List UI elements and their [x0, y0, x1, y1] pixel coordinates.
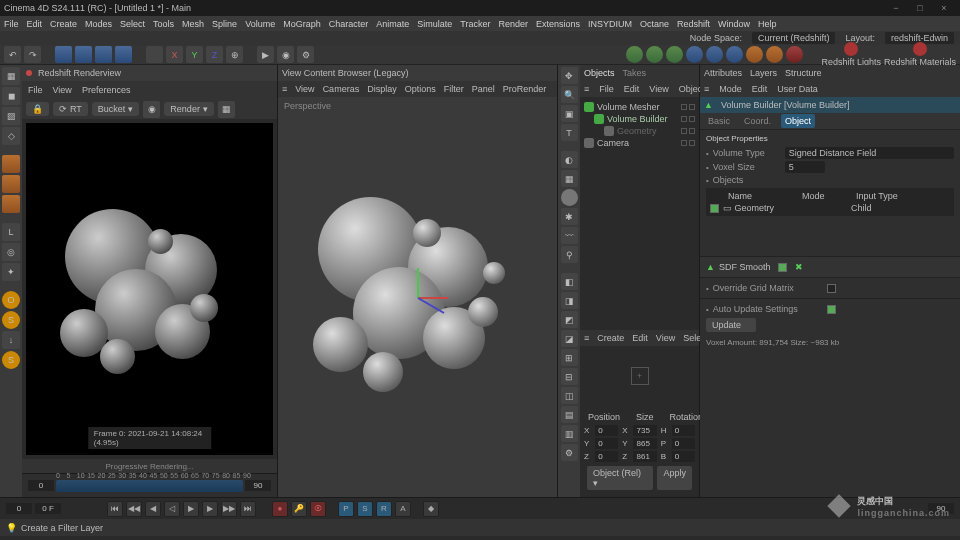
auto-checkbox[interactable] [827, 305, 836, 314]
menu-octane[interactable]: Octane [640, 19, 669, 29]
obj-menu-icon[interactable]: ≡ [584, 84, 589, 94]
attr-subtab-object[interactable]: Object [781, 114, 815, 128]
insydium-icon[interactable]: S [2, 311, 20, 329]
object-tree[interactable]: Volume MesherVolume BuilderGeometryCamer… [580, 97, 699, 330]
menu-redshift[interactable]: Redshift [677, 19, 710, 29]
tree-flags[interactable] [681, 104, 695, 110]
octane-icon[interactable]: O [2, 291, 20, 309]
prim-spline-icon[interactable] [666, 46, 683, 63]
coord-input[interactable]: 865 [633, 438, 656, 449]
vp-menu-cameras[interactable]: Cameras [323, 84, 360, 94]
timeline-end[interactable]: 90 [245, 480, 271, 491]
rot-key-button[interactable]: R [376, 501, 392, 517]
play-back-button[interactable]: ◁ [164, 501, 180, 517]
menu-tools[interactable]: Tools [153, 19, 174, 29]
vp-menu-panel[interactable]: Panel [472, 84, 495, 94]
minimize-button[interactable]: − [884, 1, 908, 15]
settings-icon[interactable]: ⚙ [561, 444, 578, 461]
coord-input[interactable]: 735 [633, 425, 656, 436]
v5-icon[interactable]: ⊞ [561, 349, 578, 366]
attr-tab-attributes[interactable]: Attributes [704, 68, 742, 78]
render-pict-icon[interactable]: ◉ [277, 46, 294, 63]
record-button[interactable]: ● [272, 501, 288, 517]
menu-select[interactable]: Select [120, 19, 145, 29]
make-editable-icon[interactable]: ▦ [2, 67, 20, 85]
vp-menu-icon[interactable]: ≡ [282, 84, 287, 94]
axis-gizmo[interactable] [418, 297, 419, 298]
voltype-dropdown[interactable]: Signed Distance Field [785, 147, 954, 159]
menu-insydium[interactable]: INSYDIUM [588, 19, 632, 29]
coord-input[interactable]: 0 [672, 438, 695, 449]
move-tool-icon[interactable] [75, 46, 92, 63]
tag-icon[interactable] [786, 46, 803, 63]
pos-key-button[interactable]: P [338, 501, 354, 517]
coord-mode-dropdown[interactable]: Object (Rel) ▾ [587, 466, 653, 490]
tree-item[interactable]: Volume Mesher [584, 101, 695, 113]
vp-menu-options[interactable]: Options [405, 84, 436, 94]
snapshot-icon[interactable]: ◉ [143, 101, 160, 118]
obj-row-checkbox[interactable] [710, 204, 719, 213]
timeline-track[interactable]: 051015202530354045505560657075808590 [56, 480, 243, 492]
timeline-start[interactable]: 0 [28, 480, 54, 491]
redshift-lights-button[interactable]: Redshift Lights [821, 42, 881, 67]
menu-character[interactable]: Character [329, 19, 369, 29]
coord-input[interactable]: 861 [633, 451, 656, 462]
v1-icon[interactable]: ◧ [561, 273, 578, 290]
next-key-button[interactable]: ▶▶ [221, 501, 237, 517]
v8-icon[interactable]: ▤ [561, 406, 578, 423]
key-button[interactable]: ⦿ [310, 501, 326, 517]
render-viewport[interactable]: Frame 0: 2021-09-21 14:08:24 (4.95s) [26, 123, 273, 455]
coord-input[interactable]: 0 [595, 425, 618, 436]
vp-menu-view[interactable]: View [295, 84, 314, 94]
undo-icon[interactable]: ↶ [4, 46, 21, 63]
snap-icon[interactable]: ✦ [2, 263, 20, 281]
marker-button[interactable]: ◆ [423, 501, 439, 517]
vp-menu-filter[interactable]: Filter [444, 84, 464, 94]
redshift-materials-button[interactable]: Redshift Materials [884, 42, 956, 67]
menu-render[interactable]: Render [498, 19, 528, 29]
autokey-button[interactable]: 🔑 [291, 501, 307, 517]
maximize-button[interactable]: □ [908, 1, 932, 15]
deformer-icon[interactable] [706, 46, 723, 63]
goto-end-button[interactable]: ⏭ [240, 501, 256, 517]
generator-icon[interactable] [686, 46, 703, 63]
menu-mograph[interactable]: MoGraph [283, 19, 321, 29]
field-icon[interactable] [726, 46, 743, 63]
goto-start-button[interactable]: ⏮ [107, 501, 123, 517]
frame-icon[interactable]: ▣ [561, 105, 578, 122]
model-mode-icon[interactable]: ◼ [2, 87, 20, 105]
edge-mode-icon[interactable] [2, 175, 20, 193]
zoom-icon[interactable]: 🔍 [561, 86, 578, 103]
texture-mode-icon[interactable]: ▨ [2, 107, 20, 125]
menu-window[interactable]: Window [718, 19, 750, 29]
coord-input[interactable]: 0 [595, 438, 618, 449]
world-icon[interactable]: ⊕ [226, 46, 243, 63]
obj-menu-view[interactable]: View [649, 84, 668, 94]
param-key-button[interactable]: A [395, 501, 411, 517]
redshift-icon[interactable]: S [2, 351, 20, 369]
obj-row-name[interactable]: ▭ Geometry [723, 203, 793, 213]
tree-flags[interactable] [681, 140, 695, 146]
sdf-del-icon[interactable]: ✖ [795, 262, 803, 272]
v9-icon[interactable]: ▥ [561, 425, 578, 442]
v7-icon[interactable]: ◫ [561, 387, 578, 404]
perspective-viewport[interactable]: Perspective [278, 97, 557, 497]
plugin-icon[interactable]: ↓ [2, 331, 20, 349]
tl-end-field[interactable]: 90 [928, 503, 954, 514]
rv-menu-view[interactable]: View [53, 85, 72, 95]
v6-icon[interactable]: ⊟ [561, 368, 578, 385]
render-view-icon[interactable]: ▶ [257, 46, 274, 63]
menu-simulate[interactable]: Simulate [417, 19, 452, 29]
next-frame-button[interactable]: ▶ [202, 501, 218, 517]
mat-menu-create[interactable]: Create [597, 333, 624, 343]
rotate-tool-icon[interactable] [115, 46, 132, 63]
v4-icon[interactable]: ◪ [561, 330, 578, 347]
mat-menu-icon[interactable]: ≡ [584, 333, 589, 343]
mograph-icon[interactable]: ✱ [561, 208, 578, 225]
shade-icon[interactable]: ◐ [561, 151, 578, 168]
tl-start-field[interactable]: 0 [6, 503, 32, 514]
point-mode-icon[interactable] [2, 155, 20, 173]
attr-menu-edit[interactable]: Edit [752, 84, 768, 94]
update-button[interactable]: Update [706, 318, 756, 332]
obj-menu-edit[interactable]: Edit [624, 84, 640, 94]
